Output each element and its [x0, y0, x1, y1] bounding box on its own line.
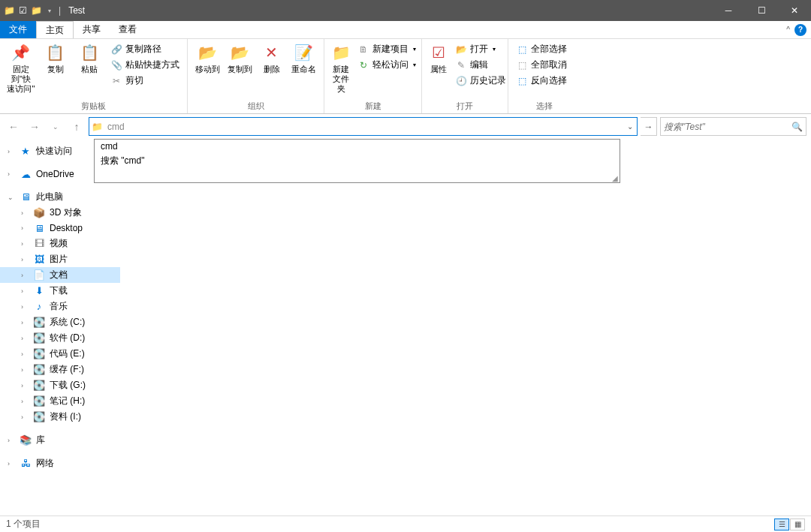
qat-dropdown-icon[interactable]: ▾ [44, 5, 56, 17]
forward-button[interactable]: → [26, 118, 44, 136]
history-button[interactable]: 🕘历史记录 [452, 74, 509, 88]
sidebar-item[interactable]: ›📦3D 对象 [0, 205, 120, 221]
resize-grip-icon[interactable]: ◢ [612, 174, 618, 182]
copy-button[interactable]: 📋 复制 [39, 41, 72, 76]
ribbon: 📌 固定到"快 速访问" 📋 复制 📋 粘贴 🔗复制路径 📎粘贴快捷方式 ✂剪切… [0, 39, 811, 114]
collapse-ribbon-icon[interactable]: ^ [786, 26, 790, 34]
status-bar: 1 个项目 ☰ ▦ [0, 515, 811, 532]
invert-icon: ⬚ [516, 75, 528, 87]
pc-icon: 🖥 [20, 191, 32, 203]
drive-icon: 🎞 [33, 238, 45, 250]
sidebar-libraries[interactable]: ›📚库 [0, 432, 120, 448]
search-input[interactable] [664, 122, 791, 132]
sidebar-item[interactable]: ›💽软件 (D:) [0, 330, 120, 346]
properties-button[interactable]: ☑属性 [427, 41, 451, 76]
back-button[interactable]: ← [5, 118, 23, 136]
delete-icon: ✕ [261, 42, 282, 63]
easy-access-button[interactable]: ↻轻松访问▾ [354, 58, 419, 72]
drive-icon: 📄 [33, 269, 45, 281]
properties-icon: ☑ [428, 42, 449, 63]
drive-icon: 💽 [33, 317, 45, 329]
sidebar-item[interactable]: ›💽资料 (I:) [0, 409, 120, 425]
sidebar-item[interactable]: ›💽缓存 (F:) [0, 362, 120, 377]
icons-view-button[interactable]: ▦ [790, 518, 805, 530]
go-button[interactable]: → [641, 117, 657, 136]
invert-selection-button[interactable]: ⬚反向选择 [513, 74, 570, 88]
sidebar-item[interactable]: ›💽代码 (E:) [0, 346, 120, 362]
address-bar[interactable]: 📁 ⌄ [89, 117, 638, 136]
new-item-button[interactable]: 🗎新建项目▾ [354, 42, 419, 56]
address-autocomplete: cmd 搜索 "cmd" ◢ [94, 139, 620, 183]
group-label: 打开 [427, 99, 503, 112]
group-label: 新建 [329, 99, 417, 112]
select-none-button[interactable]: ⬚全部取消 [513, 58, 570, 72]
cut-button[interactable]: ✂剪切 [107, 74, 182, 88]
sidebar-item[interactable]: ›🖥Desktop [0, 221, 120, 236]
pin-to-quickaccess-button[interactable]: 📌 固定到"快 速访问" [5, 41, 38, 96]
minimize-button[interactable]: ─ [712, 0, 745, 21]
maximize-button[interactable]: ☐ [745, 0, 778, 21]
autocomplete-item[interactable]: cmd [95, 140, 620, 153]
copy-to-button[interactable]: 📂复制到 [225, 41, 255, 76]
sidebar-item[interactable]: ›📄文档 [0, 267, 120, 283]
paste-icon: 📋 [79, 42, 100, 63]
file-list[interactable] [120, 139, 811, 514]
tab-home[interactable]: 主页 [36, 21, 74, 38]
main-area: ›★快速访问 ›☁OneDrive ⌄🖥此电脑 ›📦3D 对象›🖥Desktop… [0, 139, 811, 514]
help-icon[interactable]: ? [794, 24, 806, 36]
open-button[interactable]: 📂打开▾ [452, 42, 509, 56]
moveto-icon: 📂 [197, 42, 218, 63]
tab-share[interactable]: 共享 [74, 21, 110, 38]
paste-button[interactable]: 📋 粘贴 [73, 41, 106, 76]
selectall-icon: ⬚ [516, 44, 528, 56]
search-icon[interactable]: 🔍 [791, 122, 803, 132]
folder-icon: 📁 [30, 5, 42, 17]
address-input[interactable] [104, 122, 623, 132]
title-bar: 📁 ☑ 📁 ▾ | Test ─ ☐ ✕ [0, 0, 811, 21]
tab-file[interactable]: 文件 [0, 21, 36, 38]
easyaccess-icon: ↻ [357, 59, 369, 71]
sidebar-item[interactable]: ›💽系统 (C:) [0, 314, 120, 330]
edit-button[interactable]: ✎编辑 [452, 58, 509, 72]
drive-icon: 💽 [33, 380, 45, 392]
address-dropdown-icon[interactable]: ⌄ [623, 122, 637, 131]
navigation-pane: ›★快速访问 ›☁OneDrive ⌄🖥此电脑 ›📦3D 对象›🖥Desktop… [0, 139, 120, 514]
sidebar-item[interactable]: ›💽下载 (G:) [0, 377, 120, 393]
tab-view[interactable]: 查看 [110, 21, 146, 38]
sidebar-item[interactable]: ›💽笔记 (H:) [0, 393, 120, 409]
move-to-button[interactable]: 📂移动到 [192, 41, 223, 76]
close-button[interactable]: ✕ [778, 0, 811, 21]
select-all-button[interactable]: ⬚全部选择 [513, 42, 570, 56]
search-box[interactable]: 🔍 [660, 117, 806, 136]
details-view-button[interactable]: ☰ [774, 518, 789, 530]
sidebar-item[interactable]: ›⬇下载 [0, 283, 120, 299]
folder-icon: 📁 [3, 5, 15, 17]
qat-checkbox-icon[interactable]: ☑ [17, 5, 29, 17]
drive-icon: 🖥 [33, 222, 45, 234]
sidebar-item[interactable]: ›🖼图片 [0, 251, 120, 267]
rename-button[interactable]: 📝重命名 [288, 41, 319, 76]
up-button[interactable]: ↑ [68, 118, 86, 136]
sidebar-item[interactable]: ›🎞视频 [0, 236, 120, 251]
sidebar-item[interactable]: ›♪音乐 [0, 299, 120, 314]
path-icon: 🔗 [110, 44, 122, 56]
drive-icon: 💽 [33, 364, 45, 376]
rename-icon: 📝 [294, 42, 315, 63]
autocomplete-item[interactable]: 搜索 "cmd" [95, 153, 620, 169]
copy-path-button[interactable]: 🔗复制路径 [107, 42, 182, 56]
newfolder-icon: 📁 [330, 42, 351, 63]
paste-shortcut-button[interactable]: 📎粘贴快捷方式 [107, 58, 182, 72]
window-title: Test [68, 5, 85, 16]
delete-button[interactable]: ✕删除 [257, 41, 288, 76]
newitem-icon: 🗎 [357, 44, 369, 56]
sidebar-network[interactable]: ›🖧网络 [0, 455, 120, 471]
drive-icon: 📦 [33, 207, 45, 219]
copy-icon: 📋 [45, 42, 66, 63]
scissors-icon: ✂ [110, 75, 122, 87]
new-folder-button[interactable]: 📁新建 文件夹 [329, 41, 353, 96]
drive-icon: 💽 [33, 411, 45, 423]
drive-icon: ⬇ [33, 285, 45, 297]
folder-icon: 📁 [89, 122, 104, 132]
recent-dropdown[interactable]: ⌄ [47, 118, 65, 136]
sidebar-thispc[interactable]: ⌄🖥此电脑 [0, 189, 120, 205]
